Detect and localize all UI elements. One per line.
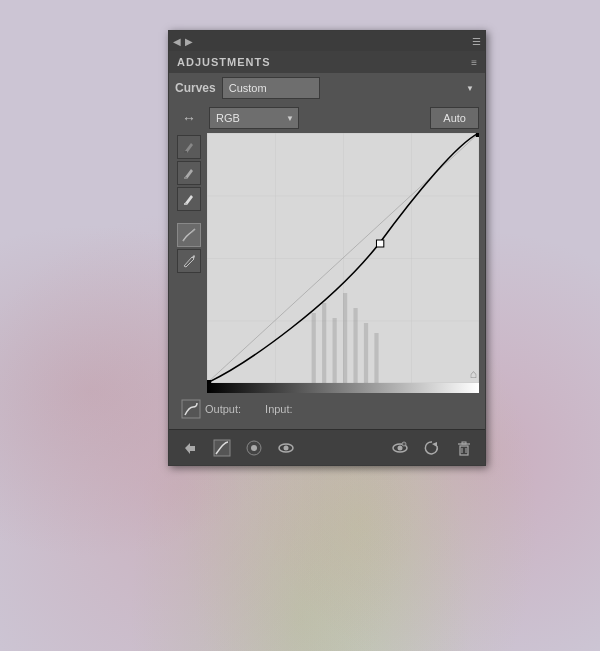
svg-rect-15: [374, 333, 378, 383]
output-icon: [181, 399, 201, 419]
eyedropper-black-tool[interactable]: [177, 135, 201, 159]
collapse-icon[interactable]: ◀: [173, 36, 181, 47]
svg-rect-11: [333, 318, 337, 383]
pointer-tool-icon[interactable]: ↔: [182, 110, 196, 126]
panel-title: ADJUSTMENTS: [177, 56, 271, 68]
curve-svg: [207, 133, 479, 383]
preset-dropdown-wrapper: Custom Default Strong Contrast Linear Co…: [222, 77, 479, 99]
preview-button[interactable]: [387, 435, 413, 461]
left-tools: [175, 133, 203, 393]
svg-point-21: [284, 445, 289, 450]
delete-button[interactable]: [451, 435, 477, 461]
bottom-tools-right: [387, 435, 477, 461]
curves-graph[interactable]: ⌂: [207, 133, 479, 383]
svg-rect-26: [460, 446, 468, 455]
panel-menu-icon[interactable]: ☰: [472, 36, 481, 47]
svg-rect-14: [364, 323, 368, 383]
svg-rect-16: [182, 400, 200, 418]
svg-rect-13: [353, 308, 357, 383]
pencil-tool[interactable]: [177, 249, 201, 273]
control-point-2[interactable]: [476, 133, 479, 137]
svg-rect-0: [184, 151, 187, 153]
input-label: Input:: [265, 403, 293, 415]
svg-rect-1: [184, 177, 187, 179]
curves-label: Curves: [175, 81, 216, 95]
content-area: ⌂: [175, 133, 479, 393]
svg-rect-9: [312, 313, 316, 383]
svg-rect-12: [343, 293, 347, 383]
preset-dropdown[interactable]: Custom Default Strong Contrast Linear Co…: [222, 77, 320, 99]
channel-dropdown[interactable]: RGB Red Green Blue: [209, 107, 299, 129]
curve-view-button[interactable]: [209, 435, 235, 461]
control-point-0[interactable]: [207, 380, 211, 383]
visibility-button[interactable]: [273, 435, 299, 461]
gradient-bar-bottom: [207, 383, 479, 393]
bottom-toolbar: [169, 429, 485, 465]
panel-header-menu[interactable]: ≡: [471, 57, 477, 68]
bottom-tools-left: [177, 435, 299, 461]
panel-header: ADJUSTMENTS ≡: [169, 51, 485, 73]
panel-content: ↔ RGB Red Green Blue Auto: [169, 103, 485, 429]
eyedropper-gray-tool[interactable]: [177, 161, 201, 185]
svg-point-24: [402, 442, 406, 446]
histogram-icon[interactable]: ⌂: [470, 367, 477, 381]
curves-row: Curves Custom Default Strong Contrast Li…: [169, 73, 485, 103]
rgb-row: ↔ RGB Red Green Blue Auto: [175, 107, 479, 129]
svg-rect-2: [184, 203, 187, 205]
pointer-tool-cell: ↔: [175, 110, 203, 126]
output-label: Output:: [205, 403, 241, 415]
adjustments-panel: ◀ ▶ ☰ ADJUSTMENTS ≡ Curves Custom Defaul…: [168, 30, 486, 466]
curves-graph-wrapper: ⌂: [207, 133, 479, 393]
eyedropper-white-tool[interactable]: [177, 187, 201, 211]
auto-button[interactable]: Auto: [430, 107, 479, 129]
svg-rect-28: [462, 442, 466, 444]
expand-icon[interactable]: ▶: [185, 36, 193, 47]
svg-rect-10: [322, 303, 326, 383]
control-point-1[interactable]: [376, 240, 383, 247]
svg-point-19: [251, 445, 257, 451]
return-button[interactable]: [177, 435, 203, 461]
output-input-row: Output: Input:: [175, 393, 479, 425]
svg-line-3: [183, 229, 195, 241]
channel-dropdown-wrapper: RGB Red Green Blue: [209, 107, 299, 129]
svg-marker-25: [432, 442, 437, 447]
mask-button[interactable]: [241, 435, 267, 461]
reset-button[interactable]: [419, 435, 445, 461]
svg-point-23: [398, 445, 403, 450]
panel-titlebar: ◀ ▶ ☰: [169, 31, 485, 51]
curve-adjust-tool[interactable]: [177, 223, 201, 247]
